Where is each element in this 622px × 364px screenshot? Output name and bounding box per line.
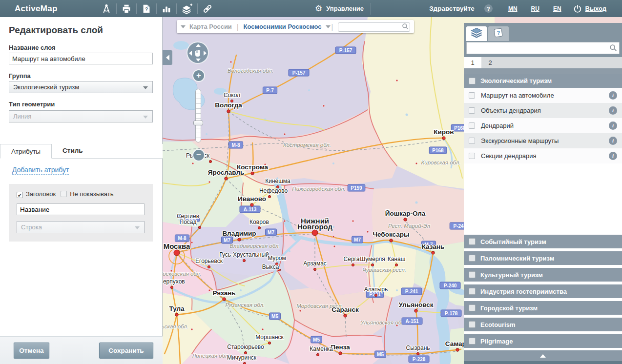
layers-page-2[interactable]: 2 — [481, 57, 499, 68]
layer-checkbox[interactable] — [469, 153, 475, 159]
layer-group-header[interactable]: Паломнический туризм — [464, 251, 622, 265]
group-checkbox[interactable] — [469, 271, 476, 278]
help-badge[interactable]: ? — [484, 4, 493, 13]
group-checkbox[interactable] — [469, 288, 476, 295]
layer-checkbox[interactable] — [469, 107, 475, 114]
layer-group-header[interactable]: Индустрия гостеприимства — [464, 284, 622, 298]
info-icon[interactable]: i — [609, 91, 617, 100]
layer-item[interactable]: Экскурсионные маршрутыi — [464, 133, 622, 148]
layer-item[interactable]: Объекты дендрарияi — [464, 103, 622, 118]
layer-checkbox[interactable] — [469, 92, 475, 99]
svg-text:Алатырь: Алатырь — [364, 286, 388, 293]
svg-text:Владимир: Владимир — [222, 230, 256, 237]
svg-text:Егорьевск: Егорьевск — [195, 258, 223, 264]
group-select[interactable]: Экологический туризм — [9, 81, 153, 93]
layer-group-header[interactable]: Событийный туризм — [464, 235, 622, 248]
group-checkbox[interactable] — [469, 78, 476, 84]
group-checkbox[interactable] — [469, 255, 476, 262]
cancel-button[interactable]: Отмена — [14, 343, 49, 359]
chevron-down-icon — [143, 116, 148, 119]
layer-group-header-expanded[interactable]: Экологический туризм — [464, 74, 622, 88]
svg-text:М7: М7 — [268, 230, 274, 235]
svg-text:М7: М7 — [224, 238, 230, 243]
add-attribute-link[interactable]: Добавить атрибут — [12, 166, 69, 175]
map-pan-control[interactable] — [187, 41, 209, 64]
layer-item[interactable]: Дендрарийi — [464, 118, 622, 133]
info-icon[interactable]: i — [609, 152, 617, 160]
language-link-mn[interactable]: MN — [508, 5, 518, 12]
title-checkbox[interactable]: ✔ — [17, 192, 23, 198]
tab-style[interactable]: Стиль — [52, 143, 94, 158]
attribute-name-input[interactable] — [17, 203, 145, 215]
layer-group-header[interactable]: Городской туризм — [464, 301, 622, 315]
attribute-checkbox-row: ✔ЗаголовокНе показывать — [17, 190, 118, 198]
link-icon[interactable] — [198, 0, 217, 17]
layer-checkbox[interactable] — [469, 138, 475, 144]
geometry-type-label: Тип геометрии — [9, 101, 55, 108]
language-link-ru[interactable]: RU — [531, 5, 539, 12]
road-number-label: Р-241 — [401, 288, 422, 295]
svg-text:М5: М5 — [377, 352, 384, 357]
road-number-label: А-113 — [240, 206, 260, 213]
zoom-in-button[interactable]: + — [192, 69, 205, 82]
logout-link[interactable]: Выход — [585, 5, 606, 12]
tab-legend[interactable]: ? — [488, 26, 509, 41]
search-icon[interactable] — [609, 44, 617, 54]
layers-search-input[interactable] — [466, 42, 620, 54]
compass-icon[interactable] — [97, 0, 116, 17]
collapsed-groups: Событийный туризмПаломнический туризмКул… — [464, 235, 622, 348]
save-button[interactable]: Сохранить — [99, 343, 153, 359]
title-checkbox-label: Заголовок — [26, 190, 56, 198]
tab-attributes[interactable]: Атрибуты — [0, 144, 52, 159]
region-label: Владимирская обл. — [229, 243, 280, 249]
pan-down-icon[interactable] — [196, 59, 201, 61]
svg-text:Р-241: Р-241 — [405, 289, 418, 294]
group-checkbox[interactable] — [469, 338, 476, 344]
map-search-input[interactable] — [338, 22, 410, 32]
info-icon[interactable]: i — [609, 106, 617, 115]
layer-group-header[interactable]: Культурный туризм — [464, 268, 622, 282]
layer-group-header[interactable]: Pilgrimage — [464, 334, 622, 348]
info-icon[interactable]: i — [609, 121, 617, 130]
region-label: Ульяновская обл. — [360, 320, 406, 325]
active-map-selector[interactable]: Космоснимки Роскосмос — [244, 23, 322, 30]
layer-name-input[interactable] — [9, 53, 153, 64]
info-icon[interactable]: i — [609, 137, 617, 145]
collapse-left-panel-button[interactable] — [163, 50, 172, 65]
language-link-en[interactable]: EN — [553, 5, 561, 12]
chevron-down-icon[interactable] — [326, 25, 331, 28]
road-number-label: Р-228 — [409, 356, 429, 363]
layers-plus-icon[interactable] — [177, 0, 197, 17]
zoom-slider-handle[interactable] — [193, 121, 203, 125]
group-checkbox[interactable] — [469, 321, 476, 328]
layer-group-header[interactable]: Ecotourism — [464, 318, 622, 331]
management-button[interactable]: ⚙ Управление — [315, 4, 364, 13]
hide-checkbox[interactable] — [61, 191, 67, 197]
bar-chart-icon[interactable] — [157, 0, 176, 17]
layer-item[interactable]: Секции дендрарияi — [464, 148, 622, 163]
chevron-down-icon[interactable] — [181, 25, 186, 28]
base-map-selector[interactable]: Карта России — [189, 23, 232, 30]
power-icon[interactable] — [573, 4, 582, 13]
pan-left-icon[interactable] — [189, 51, 192, 56]
layers-panel: ? 12 Экологический туризм Ма — [464, 23, 622, 364]
group-checkbox[interactable] — [469, 238, 476, 245]
panel-collapse-button[interactable] — [464, 350, 622, 361]
search-icon[interactable] — [402, 23, 409, 32]
zoom-slider[interactable] — [195, 89, 201, 142]
pan-right-icon[interactable] — [204, 51, 207, 56]
svg-text:Гусь-Хрустальный: Гусь-Хрустальный — [219, 251, 269, 258]
region-label: Рязанская обл. — [226, 302, 265, 308]
layer-item[interactable]: Маршрут на автомобилеi — [464, 88, 622, 103]
tab-layers[interactable] — [466, 26, 487, 41]
group-label: Группа — [9, 72, 31, 80]
layers-page-1[interactable]: 1 — [464, 57, 481, 68]
zoom-out-button[interactable]: − — [192, 149, 205, 162]
region-label: Нижегородская обл. — [292, 186, 345, 192]
group-checkbox[interactable] — [469, 304, 476, 311]
svg-text:Ульяновск: Ульяновск — [399, 301, 434, 308]
layer-checkbox[interactable] — [469, 122, 475, 129]
printer-icon[interactable] — [117, 0, 136, 17]
help-page-icon[interactable]: ? — [137, 0, 156, 17]
pan-up-icon[interactable] — [196, 44, 201, 47]
